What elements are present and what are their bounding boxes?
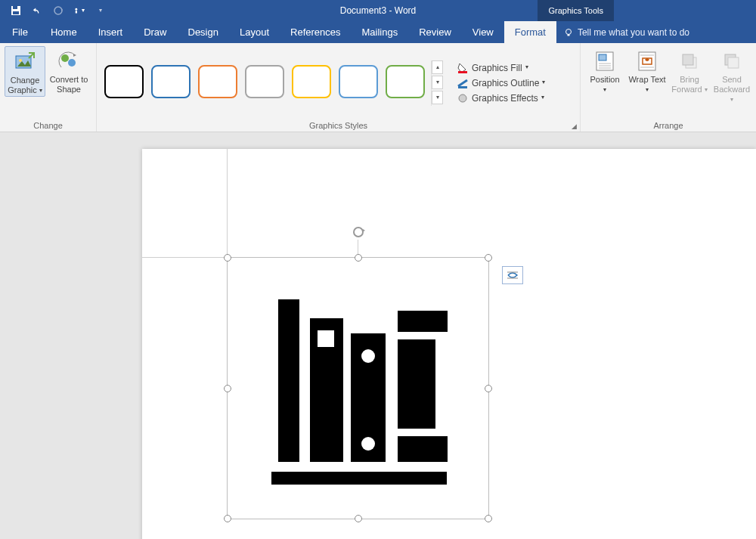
tell-me-search[interactable]: Tell me what you want to do	[556, 21, 689, 43]
graphic-selection-frame[interactable]	[227, 257, 489, 519]
redo-icon[interactable]	[53, 5, 64, 16]
title-bar: ▾ ▾ Document3 - Word Graphics Tools	[0, 0, 756, 21]
gallery-up-button[interactable]: ▴	[432, 60, 443, 74]
svg-rect-24	[683, 54, 693, 65]
svg-point-32	[361, 349, 375, 363]
layout-options-button[interactable]	[502, 266, 523, 284]
svg-rect-35	[398, 339, 435, 429]
svg-rect-12	[458, 86, 467, 88]
svg-rect-26	[728, 57, 739, 68]
style-swatch-0[interactable]	[104, 65, 144, 98]
tab-design[interactable]: Design	[178, 21, 229, 43]
wrap-text-button[interactable]: Wrap Text ▾	[627, 46, 667, 95]
tab-file[interactable]: File	[0, 21, 40, 43]
tab-draw[interactable]: Draw	[133, 21, 177, 43]
resize-handle-se[interactable]	[485, 515, 492, 522]
outline-icon	[457, 77, 469, 89]
svg-rect-30	[318, 330, 334, 347]
document-workspace[interactable]	[0, 132, 756, 539]
graphics-outline-button[interactable]: Graphics Outline▾	[457, 77, 545, 89]
style-swatch-1[interactable]	[151, 65, 191, 98]
tab-view[interactable]: View	[462, 21, 504, 43]
convert-to-shape-button[interactable]: Convert to Shape	[48, 46, 89, 94]
graphics-fill-button[interactable]: Graphics Fill▾	[457, 62, 545, 74]
group-label-arrange: Arrange	[585, 119, 751, 130]
position-button[interactable]: Position▾	[585, 46, 624, 95]
styles-dialog-launcher[interactable]: ◢	[572, 122, 577, 130]
style-swatch-2[interactable]	[198, 65, 237, 98]
contextual-tab-label: Graphics Tools	[538, 0, 614, 21]
send-backward-icon	[712, 49, 751, 73]
svg-point-9	[61, 54, 69, 62]
resize-handle-e[interactable]	[485, 385, 492, 392]
style-gallery[interactable]	[101, 60, 428, 103]
resize-handle-nw[interactable]	[224, 254, 231, 262]
tab-insert[interactable]: Insert	[88, 21, 134, 43]
style-swatch-6[interactable]	[386, 65, 425, 98]
qat-customize-icon[interactable]: ▾	[95, 5, 106, 16]
lightbulb-icon	[564, 28, 573, 37]
touch-mode-icon[interactable]: ▾	[74, 5, 85, 16]
change-graphic-button[interactable]: Change Graphic ▾	[5, 46, 45, 97]
svg-point-5	[565, 29, 571, 34]
svg-point-10	[68, 59, 76, 67]
style-swatch-3[interactable]	[245, 65, 284, 98]
svg-rect-37	[271, 472, 447, 485]
svg-point-4	[75, 8, 77, 11]
crop-guideline	[142, 257, 227, 258]
svg-rect-6	[567, 34, 569, 36]
gallery-spinner: ▴ ▾ ▾	[431, 60, 443, 106]
svg-point-13	[459, 94, 466, 102]
resize-handle-w[interactable]	[224, 385, 231, 392]
gallery-more-button[interactable]: ▾	[432, 91, 443, 104]
svg-point-3	[54, 7, 62, 14]
rotate-handle[interactable]	[351, 225, 366, 240]
ribbon: Change Graphic ▾ Convert to Shape Change…	[0, 43, 756, 132]
resize-handle-sw[interactable]	[224, 515, 231, 522]
fill-icon	[457, 62, 469, 74]
tab-layout[interactable]: Layout	[229, 21, 280, 43]
change-graphic-icon	[5, 50, 45, 74]
convert-to-shape-icon	[48, 49, 89, 73]
tab-review[interactable]: Review	[408, 21, 462, 43]
group-arrange: Position▾ Wrap Text ▾ Bring Forward ▾ Se…	[581, 43, 756, 132]
send-backward-button[interactable]: Send Backward ▾	[712, 46, 751, 105]
svg-rect-34	[398, 311, 448, 332]
svg-rect-2	[13, 11, 19, 14]
undo-icon[interactable]	[32, 5, 42, 16]
bring-forward-button[interactable]: Bring Forward ▾	[670, 46, 709, 95]
svg-point-8	[19, 59, 22, 62]
window-title: Document3 - Word	[340, 5, 416, 16]
position-icon	[585, 49, 624, 73]
document-page[interactable]	[142, 149, 756, 539]
group-label-change: Change	[5, 119, 91, 130]
tab-home[interactable]: Home	[40, 21, 88, 43]
layout-options-icon	[506, 270, 519, 280]
svg-rect-15	[599, 54, 606, 60]
tab-format[interactable]: Format	[504, 21, 556, 43]
resize-handle-ne[interactable]	[485, 254, 492, 262]
crop-guideline	[227, 149, 228, 257]
style-swatch-4[interactable]	[292, 65, 331, 98]
resize-handle-s[interactable]	[355, 515, 362, 522]
bring-forward-icon	[670, 49, 709, 73]
tab-mailings[interactable]: Mailings	[352, 21, 409, 43]
resize-handle-n[interactable]	[355, 254, 362, 262]
wrap-text-icon	[627, 49, 667, 73]
quick-access-toolbar: ▾ ▾	[0, 5, 106, 16]
tab-references[interactable]: References	[280, 21, 351, 43]
svg-rect-11	[458, 71, 467, 73]
inserted-graphic-books-icon[interactable]	[228, 258, 490, 520]
save-icon[interactable]	[11, 5, 21, 16]
group-label-styles: Graphics Styles	[101, 119, 575, 130]
svg-point-33	[361, 437, 375, 451]
svg-rect-28	[278, 299, 299, 462]
svg-point-27	[354, 228, 363, 237]
gallery-down-button[interactable]: ▾	[432, 76, 443, 89]
group-change: Change Graphic ▾ Convert to Shape Change	[0, 43, 97, 132]
tell-me-label: Tell me what you want to do	[578, 27, 689, 38]
effects-icon	[457, 92, 469, 104]
graphics-effects-button[interactable]: Graphics Effects▾	[457, 92, 545, 104]
ribbon-tabs: File Home Insert Draw Design Layout Refe…	[0, 21, 756, 43]
style-swatch-5[interactable]	[339, 65, 378, 98]
